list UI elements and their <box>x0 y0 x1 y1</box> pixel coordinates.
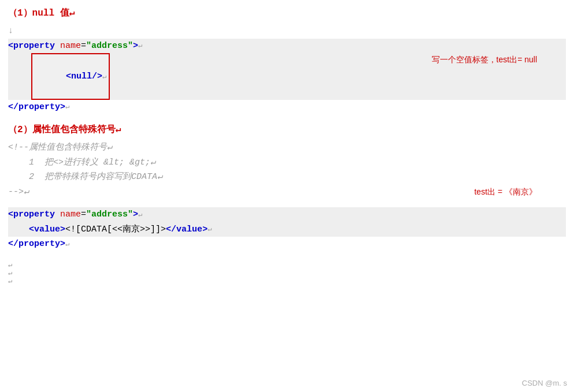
caret6: ↵ <box>65 238 69 250</box>
caret9: ↵ <box>8 277 12 285</box>
space1 <box>55 39 60 54</box>
blank6: ↵ <box>8 276 566 284</box>
blank3 <box>8 252 566 260</box>
null-value-line: <null/>↵ 写一个空值标签，test出= null <box>8 53 566 100</box>
comment-block-line2: 1 把<>进行转义 &lt; &gt;↵ <box>8 155 566 170</box>
tag-name-property-2: property <box>13 207 55 222</box>
section1-title: （1）null 值↵ <box>8 6 75 21</box>
section2-title: （2）属性值包含特殊符号↵ <box>8 122 121 138</box>
tag-open-bracket-2: < <box>8 207 13 222</box>
comment-line1: <!--属性值包含特殊符号↵ <box>8 140 112 155</box>
close-close-bracket-2: > <box>60 237 65 252</box>
null-close: /> <box>92 72 102 81</box>
attr-name-1: name <box>60 39 81 54</box>
main-container: （1）null 值↵ ↓ <property name="address">↵ … <box>0 0 574 392</box>
null-tag: null <box>71 72 92 81</box>
csdn-watermark: CSDN @m. s <box>522 379 567 387</box>
comment-line3: 2 把带特殊符号内容写到CDATA↵ <box>8 170 162 185</box>
comment-null-text: ↓ <box>8 24 13 39</box>
space2 <box>55 207 60 222</box>
caret5: ↵ <box>208 223 212 235</box>
cdata-text: <![CDATA[<<南京>>]]> <box>65 222 166 237</box>
blank5: ↵ <box>8 268 566 276</box>
close-open-bracket-1: </ <box>8 100 18 115</box>
comment-line2: 1 把<>进行转义 &lt; &gt;↵ <box>8 155 155 170</box>
section1-heading: （1）null 值↵ <box>8 6 566 24</box>
eq2: = <box>81 207 86 222</box>
tag-close-bracket-2: > <box>133 207 138 222</box>
property-open-tag-2: <property name="address">↵ <box>8 207 566 222</box>
caret1: ↵ <box>138 40 142 51</box>
annotation-null: 写一个空值标签，test出= null <box>432 53 537 67</box>
property-close-tag-2: </property>↵ <box>8 237 566 252</box>
caret3: ↵ <box>65 101 69 113</box>
comment-block-line3: 2 把带特殊符号内容写到CDATA↵ <box>8 170 566 185</box>
caret2: ↵ <box>102 73 106 81</box>
cdata-line: <value><![CDATA[<<南京>>]]></value>↵ <box>8 222 566 237</box>
indent-space <box>8 222 29 237</box>
comment-close: -->↵ <box>8 185 29 200</box>
comment-null: ↓ <box>8 24 566 39</box>
value-tag: value <box>34 222 60 237</box>
null-box-element: <null/>↵ <box>31 53 110 100</box>
property-close-tag-1: </property>↵ <box>8 100 566 115</box>
value-close-bracket: > <box>202 222 208 237</box>
close-close-bracket-1: > <box>60 100 65 115</box>
annotation-test-nanjing: test出 = 《南京》 <box>474 185 537 199</box>
eq1: = <box>81 39 86 54</box>
value-open-close: > <box>60 222 65 237</box>
close-tag-name-2: property <box>18 237 60 252</box>
property-open-tag-1: <property name="address">↵ <box>8 39 566 54</box>
watermark-text: CSDN @m. s <box>522 379 567 387</box>
value-open: < <box>29 222 34 237</box>
comment-block-line1: <!--属性值包含特殊符号↵ <box>8 140 566 155</box>
tag-name-property-1: property <box>13 39 55 54</box>
close-open-bracket-2: </ <box>8 237 18 252</box>
blank1 <box>8 114 566 122</box>
value-close-open: </ <box>166 222 176 237</box>
blank2 <box>8 199 566 207</box>
caret4: ↵ <box>138 209 142 221</box>
tag-open-bracket-1: < <box>8 39 13 54</box>
close-tag-name-1: property <box>18 100 60 115</box>
section2-heading: （2）属性值包含特殊符号↵ <box>8 122 566 140</box>
attr-name-2: name <box>60 207 81 222</box>
value-close-tag: value <box>176 222 202 237</box>
blank4: ↵ <box>8 260 566 268</box>
attr-value-1: "address" <box>86 39 133 54</box>
attr-value-2: "address" <box>86 207 133 222</box>
tag-close-bracket-1: > <box>133 39 138 54</box>
comment-block-close: -->↵ test出 = 《南京》 <box>8 185 566 200</box>
null-open: < <box>66 72 71 81</box>
